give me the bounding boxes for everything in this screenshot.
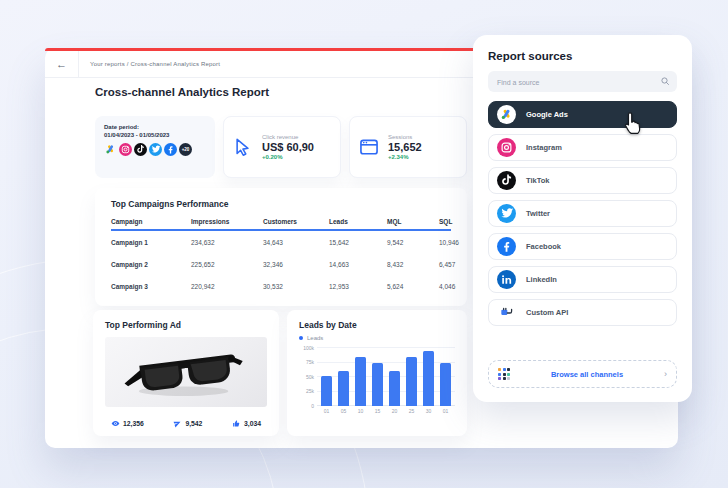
app-background: ← Your reports / Cross-channel Analytics…: [0, 0, 728, 488]
send-icon: [173, 414, 182, 432]
column-header: Campaign: [111, 218, 191, 225]
date-period-label: Date period:: [104, 124, 206, 130]
search-box[interactable]: [488, 71, 677, 92]
browse-all-channels-button[interactable]: Browse all channels ›: [488, 360, 677, 388]
source-label: LinkedIn: [526, 275, 557, 284]
facebook-icon: [497, 237, 516, 256]
source-label: Facebook: [526, 242, 561, 251]
y-axis-tick: 0: [298, 403, 314, 409]
google-ads-icon: [104, 143, 117, 156]
source-label: TikTok: [526, 176, 549, 185]
date-period-range: 01/04/2023 - 01/05/2023: [104, 132, 206, 138]
bar: [321, 376, 332, 406]
table-cell: 15,642: [329, 239, 387, 246]
table-cell: 32,346: [263, 261, 329, 268]
table-row: Campaign 1234,63234,64315,6429,54210,946: [111, 231, 451, 253]
table-cell: 225,652: [191, 261, 263, 268]
bar: [440, 363, 451, 407]
browse-label: Browse all channels: [510, 370, 664, 379]
tiktok-icon: [134, 143, 147, 156]
table-cell: 234,632: [191, 239, 263, 246]
source-label: Instagram: [526, 143, 562, 152]
apps-grid-icon: [498, 368, 510, 380]
bar: [372, 363, 383, 407]
source-item-instagram[interactable]: Instagram: [488, 134, 677, 161]
table-cell: 12,953: [329, 283, 387, 290]
table-cell: Campaign 3: [111, 283, 191, 290]
x-axis-tick: 01: [440, 408, 451, 414]
column-header: MQL: [387, 218, 439, 225]
y-axis-tick: 75k: [298, 359, 314, 365]
x-axis-tick: 10: [355, 408, 366, 414]
back-button[interactable]: ←: [45, 51, 79, 77]
legend-label: Leads: [307, 335, 323, 341]
chart-title: Leads by Date: [299, 320, 455, 330]
ad-stat-eye: 12,356: [111, 414, 144, 432]
top-ad-heading: Top Performing Ad: [105, 320, 267, 330]
ad-stat-send: 9,542: [173, 414, 202, 432]
source-label: Google Ads: [526, 110, 568, 119]
legend-dot: [299, 336, 303, 340]
linkedin-icon: [497, 270, 516, 289]
table-cell: 220,942: [191, 283, 263, 290]
sources-list: Google Ads Instagram TikTok Twitter Face…: [488, 101, 677, 332]
bars: [317, 348, 455, 406]
campaigns-table-header: CampaignImpressionsCustomersLeadsMQLSQL: [111, 218, 451, 231]
google-ads-icon: [497, 105, 516, 124]
table-row: Campaign 3220,94230,53212,9535,6244,046: [111, 275, 451, 297]
search-icon: [660, 76, 670, 86]
source-item-tiktok[interactable]: TikTok: [488, 167, 677, 194]
source-item-google-ads[interactable]: Google Ads: [488, 101, 677, 128]
x-axis-tick: 30: [423, 408, 434, 414]
more-channels-badge: +20: [179, 143, 192, 156]
kpi-delta: +2.34%: [388, 154, 422, 160]
source-item-custom-api[interactable]: Custom API: [488, 299, 677, 326]
bar-chart: 025k50k75k100k: [317, 348, 455, 406]
kpi-delta: +0.20%: [262, 154, 314, 160]
x-axis-tick: 20: [389, 408, 400, 414]
report-sources-panel: Report sources Google Ads Instagram TikT…: [473, 35, 692, 402]
leads-chart-card: Leads by Date Leads 025k50k75k100k 01051…: [287, 310, 467, 436]
search-input[interactable]: [488, 72, 677, 93]
table-cell: Campaign 2: [111, 261, 191, 268]
source-item-twitter[interactable]: Twitter: [488, 200, 677, 227]
breadcrumb[interactable]: Your reports / Cross-channel Analytics R…: [90, 61, 220, 67]
panel-title: Report sources: [488, 50, 677, 62]
source-item-facebook[interactable]: Facebook: [488, 233, 677, 260]
sunglasses-image: [105, 337, 267, 407]
table-cell: 30,532: [263, 283, 329, 290]
source-item-linkedin[interactable]: LinkedIn: [488, 266, 677, 293]
column-header: Leads: [329, 218, 387, 225]
twitter-icon: [149, 143, 162, 156]
campaigns-table-body: Campaign 1234,63234,64315,6429,54210,946…: [111, 231, 451, 297]
table-cell: 14,663: [329, 261, 387, 268]
bar: [423, 351, 434, 406]
bar: [389, 371, 400, 406]
kpi-label: Click revenue: [262, 134, 314, 140]
table-cell: 5,624: [387, 283, 439, 290]
table-cell: 8,432: [387, 261, 439, 268]
top-ad-card: Top Performing Ad 1: [93, 310, 279, 436]
kpi-value: US$ 60,90: [262, 141, 314, 153]
date-period-card: Date period: 01/04/2023 - 01/05/2023 +20: [95, 116, 215, 178]
column-header: Impressions: [191, 218, 263, 225]
kpi-value: 15,652: [388, 141, 422, 153]
bar: [355, 357, 366, 406]
twitter-icon: [497, 204, 516, 223]
bar: [406, 357, 417, 406]
table-cell: Campaign 1: [111, 239, 191, 246]
chart-x-axis: 0105101520253001: [317, 406, 455, 414]
source-label: Twitter: [526, 209, 550, 218]
x-axis-tick: 01: [321, 408, 332, 414]
ad-stat-thumb: 3,034: [232, 414, 261, 432]
campaigns-card: Top Campaigns Performance CampaignImpres…: [95, 188, 467, 306]
table-cell: 34,643: [263, 239, 329, 246]
thumb-icon: [232, 414, 241, 432]
instagram-icon: [119, 143, 132, 156]
table-cell: 9,542: [387, 239, 439, 246]
instagram-icon: [497, 138, 516, 157]
ad-stats: 12,356 9,542 3,034: [105, 414, 267, 432]
kpi-card-sessions: Sessions 15,652 +2.34%: [349, 116, 467, 178]
chart-legend: Leads: [299, 335, 455, 341]
custom-api-icon: [497, 303, 516, 322]
